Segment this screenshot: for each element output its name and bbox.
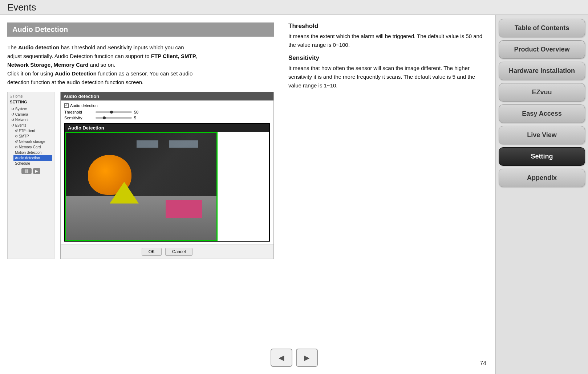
main-layout: Audio Detection The Audio detection has … (0, 15, 588, 374)
prev-button[interactable]: ◀ (271, 349, 292, 367)
threshold-heading: Threshold (288, 22, 488, 30)
nav-hardware-installation[interactable]: Hardware Installation (499, 62, 585, 80)
sensitivity-heading: Sensitivity (288, 54, 488, 62)
video-bg-light-2 (137, 140, 158, 148)
menu-section: ↺ System ↺ Camera ↺ Network ↺ Events ↺ F… (10, 106, 52, 166)
bold-features: FTP Client, SMTP, Network Storage, Memor… (7, 53, 197, 68)
sensitivity-thumb (103, 116, 106, 119)
home-label: ⌂ Home (10, 94, 52, 98)
sensitivity-slider[interactable] (96, 117, 132, 119)
checkbox-label: Audio detection (70, 103, 98, 108)
menu-system[interactable]: ↺ System (10, 106, 52, 112)
page-number: 74 (480, 360, 486, 367)
sensitivity-text: It means that how often the sensor will … (288, 64, 488, 90)
content-area: Audio Detection The Audio detection has … (0, 15, 285, 374)
menu-motion-detection[interactable]: Motion detection (13, 150, 52, 155)
nav-easy-access[interactable]: Easy Access (499, 104, 585, 123)
dialog-titlebar: Audio detection (61, 92, 273, 100)
video-titlebar: Audio Detection (65, 124, 269, 132)
intro-paragraph: The Audio detection has Threshold and Se… (7, 43, 200, 87)
bottom-navigation: ◀ ▶ (271, 349, 318, 367)
sensitivity-row: Sensitivity 5 (64, 116, 270, 120)
menu-network-storage[interactable]: ↺ Network storage (13, 139, 52, 144)
ok-button[interactable]: OK (142, 248, 162, 256)
page-header: Events (0, 0, 588, 15)
dialog-buttons: OK Cancel (61, 244, 273, 259)
threshold-slider[interactable] (96, 111, 132, 113)
nav-setting[interactable]: Setting (499, 147, 585, 166)
threshold-row: Threshold 50 (64, 110, 270, 114)
nav-live-view[interactable]: Live View (499, 126, 585, 144)
dialog-box: Audio detection Audio detection Threshol… (60, 92, 274, 259)
menu-ftp[interactable]: ↺ FTP client (13, 128, 52, 133)
threshold-text: It means the extent which the alarm will… (288, 32, 488, 49)
threshold-label: Threshold (64, 110, 93, 114)
screenshot-simulation: ⌂ Home SETTING ↺ System ↺ Camera ↺ Netwo… (7, 92, 274, 259)
sensitivity-value: 5 (134, 116, 143, 120)
bold-audio-detection-2: Audio Detection (55, 70, 97, 77)
nav-ezvuu[interactable]: EZvuu (499, 83, 585, 102)
menu-memory-card[interactable]: ↺ Memory Card (13, 144, 52, 150)
threshold-thumb (110, 111, 113, 114)
ui-panel: ⌂ Home SETTING ↺ System ↺ Camera ↺ Netwo… (7, 92, 54, 259)
checkbox-row: Audio detection (64, 103, 270, 108)
section-heading: Audio Detection (7, 22, 274, 37)
page-title: Events (7, 2, 36, 13)
video-item-pink (166, 200, 202, 218)
menu-events[interactable]: ↺ Events (10, 123, 52, 128)
sidebar: Table of Contents Product Overview Hardw… (495, 15, 588, 374)
right-text-section: Threshold It means the extent which the … (285, 15, 495, 374)
checkbox[interactable] (64, 103, 69, 108)
scroll-bar[interactable]: ||| (21, 168, 32, 174)
video-bg-light-1 (169, 140, 198, 148)
dialog-body: Audio detection Threshold 50 Sensitivity (61, 100, 273, 244)
nav-product-overview[interactable]: Product Overview (499, 40, 585, 59)
menu-smtp[interactable]: ↺ SMTP (13, 133, 52, 139)
submenu-section: ↺ FTP client ↺ SMTP ↺ Network storage ↺ … (10, 128, 52, 166)
setting-label: SETTING (10, 100, 52, 104)
nav-table-of-contents[interactable]: Table of Contents (499, 19, 585, 37)
bold-audio-detection: Audio detection (18, 44, 59, 50)
threshold-value: 50 (134, 110, 143, 114)
next-button[interactable]: ▶ (296, 349, 318, 367)
menu-audio-detection[interactable]: Audio detection (13, 155, 52, 161)
cancel-button[interactable]: Cancel (165, 248, 192, 256)
scroll-right[interactable]: ▶ (33, 168, 40, 174)
bottom-controls: ||| ▶ (10, 168, 52, 174)
video-detection-box: Audio Detection (64, 123, 270, 242)
video-frame (65, 132, 218, 241)
menu-schedule[interactable]: Schedule (13, 161, 52, 166)
menu-network[interactable]: ↺ Network (10, 117, 52, 123)
sensitivity-label: Sensitivity (64, 116, 93, 120)
menu-camera[interactable]: ↺ Camera (10, 112, 52, 117)
nav-appendix[interactable]: Appendix (499, 169, 585, 187)
dialog-panel: Audio detection Audio detection Threshol… (60, 92, 274, 259)
